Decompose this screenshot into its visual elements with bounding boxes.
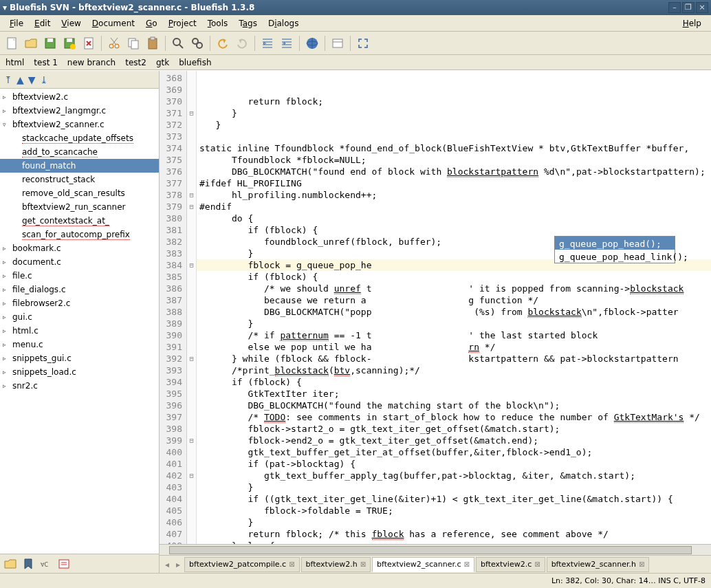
tree-item[interactable]: scan_for_autocomp_prefix	[0, 228, 159, 241]
tree-item[interactable]: get_contextstack_at_	[0, 214, 159, 228]
close-button[interactable]: ×	[696, 2, 708, 13]
tree-item[interactable]: bftextview2_run_scanner	[0, 200, 159, 214]
tree-item[interactable]: ▹file_dialogs.c	[0, 283, 159, 296]
tree-item[interactable]: ▹bookmark.c	[0, 241, 159, 255]
menu-dialogs[interactable]: Dialogs	[263, 17, 305, 30]
open-button[interactable]	[22, 34, 40, 52]
horizontal-scrollbar[interactable]	[160, 544, 711, 555]
folder-icon[interactable]	[3, 556, 18, 571]
file-tab[interactable]: bftextview2_patcompile.c⊠	[184, 557, 300, 572]
quickbar-bluefish[interactable]: bluefish	[179, 58, 211, 67]
menu-project[interactable]: Project	[163, 17, 202, 30]
close-tab-icon[interactable]: ⊠	[360, 560, 366, 568]
nav-first-icon[interactable]: ⤒	[4, 74, 12, 85]
svg-rect-18	[333, 39, 342, 47]
svg-point-15	[197, 43, 202, 48]
toolbar	[0, 32, 711, 55]
tree-item[interactable]: found_match	[0, 159, 159, 173]
autocomplete-item[interactable]: g_queue_pop_head_link();	[555, 250, 675, 263]
paste-button[interactable]	[144, 34, 162, 52]
view-button[interactable]	[329, 34, 347, 52]
maximize-button[interactable]: ❐	[682, 2, 694, 13]
nav-up-icon[interactable]: ▲	[17, 74, 24, 85]
menu-edit[interactable]: Edit	[29, 17, 56, 30]
save-button[interactable]	[41, 34, 59, 52]
indent-button[interactable]	[278, 34, 296, 52]
svg-text:∀C: ∀C	[41, 562, 48, 568]
menu-tags[interactable]: Tags	[233, 17, 263, 30]
nav-down-icon[interactable]: ▼	[28, 74, 36, 85]
quickbar-test2[interactable]: test2	[125, 58, 146, 67]
file-tab[interactable]: bftextview2_scanner.h⊠	[547, 557, 650, 572]
quickbar: html test 1 new branch test2 gtk bluefis…	[0, 55, 711, 70]
svg-point-5	[70, 44, 76, 50]
tree-item[interactable]: ▹gui.c	[0, 310, 159, 324]
close-file-button[interactable]	[80, 34, 98, 52]
find-replace-button[interactable]	[188, 34, 206, 52]
menubar: File Edit View Document Go Project Tools…	[0, 15, 711, 32]
file-tab[interactable]: bftextview2_scanner.c⊠	[372, 557, 474, 572]
close-tab-icon[interactable]: ⊠	[289, 560, 294, 568]
function-tree[interactable]: ▹bftextview2.c▹bftextview2_langmgr.c▿bft…	[0, 89, 159, 554]
menu-help[interactable]: Help	[677, 17, 707, 30]
tree-item[interactable]: ▿bftextview2_scanner.c	[0, 118, 159, 131]
cut-button[interactable]	[105, 34, 123, 52]
sidebar: ⤒ ▲ ▼ ⤓ ▹bftextview2.c▹bftextview2_langm…	[0, 71, 160, 573]
tree-item[interactable]: ▹snr2.c	[0, 379, 159, 393]
menu-go[interactable]: Go	[140, 17, 163, 30]
tabs-scroll-left[interactable]: ◂	[162, 560, 172, 569]
tree-item[interactable]: stackcache_update_offsets	[0, 131, 159, 145]
save-as-button[interactable]	[61, 34, 78, 52]
quickbar-newbranch[interactable]: new branch	[67, 58, 116, 67]
menu-document[interactable]: Document	[87, 17, 140, 30]
redo-button[interactable]	[233, 34, 251, 52]
menu-file[interactable]: File	[4, 17, 29, 30]
close-tab-icon[interactable]: ⊠	[464, 560, 470, 568]
fullscreen-button[interactable]	[354, 34, 372, 52]
nav-last-icon[interactable]: ⤓	[40, 74, 48, 85]
titlebar: ▾ Bluefish SVN - bftextview2_scanner.c -…	[0, 0, 711, 15]
close-tab-icon[interactable]: ⊠	[639, 560, 644, 568]
undo-button[interactable]	[214, 34, 232, 52]
app-menu-icon[interactable]: ▾	[3, 3, 7, 12]
quickbar-gtk[interactable]: gtk	[156, 58, 169, 67]
copy-button[interactable]	[124, 34, 142, 52]
autocomplete-popup[interactable]: g_queue_pop_head();g_queue_pop_head_link…	[554, 236, 675, 263]
file-tab[interactable]: bftextview2.c⊠	[476, 557, 545, 572]
tree-item[interactable]: remove_old_scan_results	[0, 186, 159, 200]
tree-item[interactable]: ▹html.c	[0, 324, 159, 338]
tree-item[interactable]: ▹snippets_load.c	[0, 365, 159, 379]
tree-item[interactable]: reconstruct_stack	[0, 173, 159, 186]
menu-tools[interactable]: Tools	[202, 17, 234, 30]
tree-item[interactable]: ▹menu.c	[0, 338, 159, 351]
quickbar-test1[interactable]: test 1	[34, 58, 58, 67]
bookmark-icon[interactable]	[21, 556, 36, 571]
tree-item[interactable]: ▹file.c	[0, 269, 159, 283]
fold-column[interactable]: ⊟⊟⊟⊟⊟⊟⊟	[187, 71, 197, 544]
file-tab[interactable]: bftextview2.h⊠	[301, 557, 371, 572]
tree-item[interactable]: ▹filebrowser2.c	[0, 296, 159, 310]
charset-icon[interactable]: ∀C	[39, 556, 54, 571]
quickbar-html[interactable]: html	[6, 58, 24, 67]
tree-item[interactable]: ▹bftextview2.c	[0, 90, 159, 104]
window-title: Bluefish SVN - bftextview2_scanner.c - B…	[10, 3, 667, 12]
find-button[interactable]	[169, 34, 187, 52]
menu-view[interactable]: View	[56, 17, 86, 30]
code-view[interactable]: return fblock; } }static inline Tfoundbl…	[197, 71, 711, 544]
tree-item[interactable]: ▹document.c	[0, 255, 159, 269]
minimize-button[interactable]: –	[668, 2, 681, 13]
snippets-icon[interactable]	[56, 556, 72, 571]
tabs-scroll-right[interactable]: ▸	[173, 560, 183, 569]
svg-rect-2	[47, 39, 53, 42]
autocomplete-item[interactable]: g_queue_pop_head();	[555, 237, 675, 250]
new-button[interactable]	[3, 34, 21, 52]
status-text: Ln: 382, Col: 30, Char: 14… INS C, UTF-8	[551, 576, 705, 585]
svg-rect-12	[151, 37, 155, 40]
browser-preview-button[interactable]	[303, 34, 321, 52]
tree-item[interactable]: ▹snippets_gui.c	[0, 351, 159, 365]
svg-point-8	[115, 44, 119, 48]
tree-item[interactable]: ▹bftextview2_langmgr.c	[0, 104, 159, 118]
close-tab-icon[interactable]: ⊠	[534, 560, 540, 568]
tree-item[interactable]: add_to_scancache	[0, 145, 159, 159]
unindent-button[interactable]	[259, 34, 276, 52]
